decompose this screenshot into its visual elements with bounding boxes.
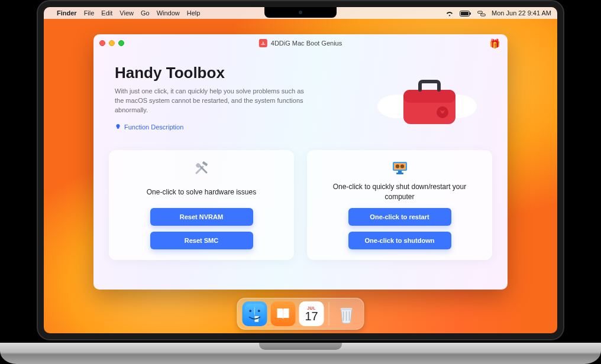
wifi-icon[interactable]: [445, 9, 454, 17]
notch: [264, 7, 337, 18]
card-hardware-title: One-click to solve hardware issues: [147, 182, 256, 202]
dock-calendar[interactable]: Jul 17: [299, 301, 324, 326]
dock-books[interactable]: [271, 301, 296, 326]
toolbox-illustration: [368, 64, 486, 141]
svg-rect-9: [403, 90, 455, 103]
menubar-datetime[interactable]: Mon Jun 22 9:41 AM: [492, 9, 551, 17]
close-window-button[interactable]: [99, 40, 105, 46]
fullscreen-window-button[interactable]: [118, 40, 124, 46]
restart-button[interactable]: One-click to restart: [348, 208, 451, 226]
dock-trash[interactable]: [334, 301, 359, 326]
reset-smc-button[interactable]: Reset SMC: [150, 232, 253, 249]
page-subtitle: With just one click, it can quickly help…: [115, 87, 310, 115]
screen: Finder File Edit View Go Window Help Mon…: [44, 7, 557, 333]
page-title: Handy Toolbox: [115, 64, 362, 82]
svg-rect-21: [341, 308, 353, 310]
app-window: 4DDiG Mac Boot Genius 🎁 Handy Toolbox Wi…: [93, 34, 508, 290]
shutdown-button[interactable]: One-click to shutdown: [348, 232, 451, 249]
svg-rect-2: [470, 12, 471, 15]
dock-separator: [329, 302, 329, 326]
dock-finder[interactable]: [243, 301, 267, 326]
svg-point-15: [400, 164, 403, 168]
gift-icon[interactable]: 🎁: [489, 38, 500, 49]
menubar-left: Finder File Edit View Go Window Help: [50, 9, 200, 17]
cards-row: One-click to solve hardware issues Reset…: [93, 144, 508, 274]
battery-icon[interactable]: [460, 9, 471, 17]
svg-rect-16: [398, 171, 402, 173]
card-power: One-click to quickly shut down/restart y…: [307, 150, 492, 260]
control-center-icon[interactable]: [477, 9, 486, 17]
svg-rect-4: [481, 14, 486, 16]
monitor-power-icon: [391, 160, 409, 177]
menubar-item-go[interactable]: Go: [141, 9, 150, 17]
svg-rect-17: [396, 173, 403, 174]
hero-text: Handy Toolbox With just one click, it ca…: [115, 64, 362, 132]
hint-icon: [115, 124, 121, 130]
function-description-label: Function Description: [124, 124, 183, 131]
app-logo-icon: [259, 39, 267, 47]
menubar-item-view[interactable]: View: [119, 9, 134, 17]
dock: Jul 17: [237, 298, 364, 330]
card-hardware: One-click to solve hardware issues Reset…: [109, 150, 294, 260]
menubar-item-edit[interactable]: Edit: [101, 9, 112, 17]
function-description-link[interactable]: Function Description: [115, 124, 183, 131]
reset-nvram-button[interactable]: Reset NVRAM: [150, 208, 253, 226]
svg-point-20: [258, 310, 260, 312]
svg-rect-3: [478, 11, 483, 13]
menubar-app-name[interactable]: Finder: [57, 9, 77, 17]
laptop-base: [0, 343, 601, 364]
hero-section: Handy Toolbox With just one click, it ca…: [93, 52, 508, 144]
menubar-right: Mon Jun 22 9:41 AM: [445, 9, 551, 17]
traffic-lights: [99, 40, 124, 46]
minimize-window-button[interactable]: [109, 40, 115, 46]
svg-rect-11: [202, 161, 208, 166]
menubar-item-help[interactable]: Help: [187, 9, 201, 17]
menubar-item-file[interactable]: File: [84, 9, 95, 17]
laptop-frame: Finder File Edit View Go Window Help Mon…: [0, 0, 601, 364]
window-title-group: 4DDiG Mac Boot Genius: [259, 39, 342, 47]
svg-rect-1: [461, 12, 468, 15]
svg-point-14: [395, 164, 399, 168]
window-title: 4DDiG Mac Boot Genius: [271, 40, 342, 47]
tools-icon: [193, 160, 210, 177]
titlebar: 4DDiG Mac Boot Genius 🎁: [93, 34, 508, 52]
svg-point-19: [249, 310, 251, 312]
card-power-title: One-click to quickly shut down/restart y…: [318, 182, 482, 202]
menubar-item-window[interactable]: Window: [157, 9, 180, 17]
calendar-day: 17: [305, 310, 318, 322]
